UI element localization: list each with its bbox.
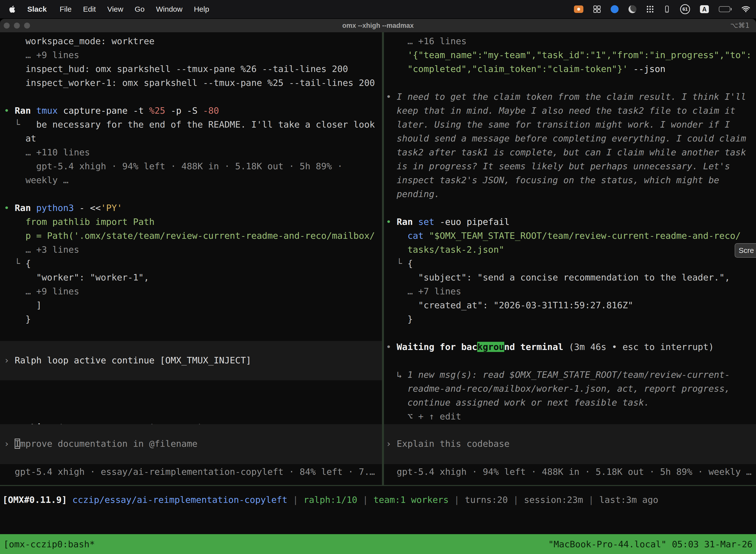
window-title: omx --xhigh --madmax: [342, 19, 414, 32]
terminal-line: ]: [4, 298, 382, 312]
terminal-line: inspect_hud: omx sparkshell --tmux-pane …: [4, 62, 382, 76]
terminal-line: weekly …: [4, 173, 382, 187]
left-input-band[interactable]: › Improve documentation in @filename: [0, 424, 382, 464]
input-source-icon[interactable]: A: [700, 5, 709, 13]
terminal-line: gpt-5.4 xhigh · 94% left · 488K in · 5.1…: [4, 159, 382, 173]
terminal-line: workspace_mode: worktree: [4, 34, 382, 48]
terminal-line: … +16 lines: [386, 34, 756, 48]
left-input-placeholder: › Improve documentation in @filename: [4, 437, 382, 451]
terminal-window: omx --xhigh --madmax ⌥⌘1 workspace_mode:…: [0, 19, 756, 554]
zoom-button[interactable]: [24, 22, 30, 29]
window-title-bar[interactable]: omx --xhigh --madmax ⌥⌘1: [0, 19, 756, 32]
utility-app-icon[interactable]: [664, 5, 670, 13]
terminal-line: … +9 lines: [4, 48, 382, 62]
pane-divider-horizontal: [0, 485, 756, 486]
terminal-line: from pathlib import Path: [4, 215, 382, 229]
terminal-line: • I need to get the claim token from the…: [386, 90, 756, 104]
active-app-menu[interactable]: Slack: [27, 5, 47, 13]
battery-nub: [731, 8, 732, 10]
screen-tooltip: Scre: [735, 243, 756, 258]
menu-item-view[interactable]: View: [107, 5, 123, 13]
battery-body: [719, 6, 730, 12]
wifi-icon[interactable]: [742, 6, 750, 12]
terminal-line: ⌥ + ↑ edit: [386, 409, 756, 424]
menu-item-window[interactable]: Window: [156, 5, 183, 13]
menu-bar-status-icons: 61 A: [574, 4, 750, 14]
terminal-line: └ {: [386, 257, 756, 271]
window-shortcut-badge: ⌥⌘1: [730, 19, 750, 32]
tmux-session-label: [omx-cczip0:bash*: [3, 539, 95, 549]
terminal-line: }: [386, 312, 756, 326]
menu-item-go[interactable]: Go: [135, 5, 145, 13]
terminal-line: "created_at": "2026-03-31T11:59:27.816Z": [386, 298, 756, 312]
terminal-line: … +9 lines: [4, 284, 382, 298]
terminal-line: … +3 lines: [4, 243, 382, 257]
terminal-line: [386, 354, 756, 368]
battery-percent-ring-icon[interactable]: 61: [680, 4, 690, 14]
menu-bar: Slack File Edit View Go Window Help 61: [0, 0, 756, 18]
terminal-line: p = Path('.omx/state/team/review-current…: [4, 229, 382, 243]
terminal-line: └ be necessary for the end of the README…: [4, 118, 382, 131]
left-prompt-band-ralph[interactable]: › Ralph loop active continue [OMX_TMUX_I…: [0, 341, 382, 380]
left-model-status-line: gpt-5.4 xhigh · essay/ai-reimplementatio…: [4, 465, 375, 479]
menu-item-help[interactable]: Help: [194, 5, 209, 13]
terminal-line: keep that in mind. Maybe I also need the…: [386, 104, 756, 118]
blue-app-icon[interactable]: [611, 5, 619, 13]
terminal-line: later. Using the same for transition mig…: [386, 118, 756, 131]
omx-hud-status-line: [OMX#0.11.9] cczip/essay/ai-reimplementa…: [2, 493, 658, 507]
tmux-host-clock-label: "MacBook-Pro-44.local" 05:03 31-Mar-26: [548, 539, 753, 549]
terminal-line: › Improve documentation in @filename: [4, 437, 382, 451]
menu-item-file[interactable]: File: [60, 5, 71, 13]
dots-grid-icon[interactable]: [646, 5, 654, 13]
terminal-line: • Ran python3 - <<'PY': [4, 201, 382, 215]
ralph-loop-prompt: › Ralph loop active continue [OMX_TMUX_I…: [4, 353, 382, 367]
window-grid-icon[interactable]: [593, 5, 601, 13]
terminal-line: [OMX#0.11.9] cczip/essay/ai-reimplementa…: [2, 493, 658, 507]
terminal-line: • Waiting for background terminal (3m 46…: [386, 340, 756, 354]
terminal-line: [4, 90, 382, 104]
minimize-button[interactable]: [14, 22, 20, 29]
terminal-line: task2 after task1 is complete, but can I…: [386, 146, 756, 159]
left-pane-scrollback: workspace_mode: worktree … +9 lines insp…: [4, 34, 382, 326]
terminal-line: readme-and-reco/mailbox/worker-1.json, a…: [386, 382, 756, 396]
right-input-band[interactable]: › Explain this codebase: [384, 424, 756, 464]
right-input-placeholder: › Explain this codebase: [386, 437, 756, 451]
terminal-line: [4, 187, 382, 201]
terminal-line: [386, 76, 756, 90]
terminal-line: "completed","claim_token":"claim-token"}…: [386, 62, 756, 76]
terminal-line: inspect task2's JSON, focusing on the st…: [386, 173, 756, 187]
dark-app-icon[interactable]: [629, 5, 636, 13]
terminal-line: "worker": "worker-1",: [4, 271, 382, 284]
terminal-line: tasks/task-2.json": [386, 243, 756, 257]
screen-recording-indicator-icon[interactable]: [574, 5, 583, 13]
battery-icon[interactable]: [719, 6, 732, 12]
terminal-line: pending.: [386, 187, 756, 201]
menu-item-edit[interactable]: Edit: [83, 5, 96, 13]
right-model-status-line: gpt-5.4 xhigh · 94% left · 488K in · 5.1…: [386, 465, 752, 479]
terminal-line: • Ran set -euo pipefail: [386, 215, 756, 229]
terminal-line: cat "$OMX_TEAM_STATE_ROOT/team/review-cu…: [386, 229, 756, 243]
terminal-line: "subject": "send a concise recommendatio…: [386, 271, 756, 284]
terminal-content: workspace_mode: worktree … +9 lines insp…: [0, 32, 756, 554]
terminal-line: gpt-5.4 xhigh · 94% left · 488K in · 5.1…: [386, 465, 752, 479]
close-button[interactable]: [4, 22, 10, 29]
terminal-line: is in progress? It seems likely but perh…: [386, 159, 756, 173]
right-pane-scrollback: … +16 lines '{"team_name":"my-team","tas…: [386, 34, 756, 424]
apple-menu[interactable]: [9, 5, 15, 13]
left-terminal-pane: workspace_mode: worktree … +9 lines insp…: [0, 32, 382, 485]
apple-logo-icon: [9, 5, 15, 13]
terminal-line: › Ralph loop active continue [OMX_TMUX_I…: [4, 353, 382, 367]
record-dot-icon: [577, 8, 580, 11]
tmux-status-bar: [omx-cczip0:bash* "MacBook-Pro-44.local"…: [0, 534, 756, 554]
right-terminal-pane: … +16 lines '{"team_name":"my-team","tas…: [384, 32, 756, 485]
terminal-line: should send a message before completing …: [386, 131, 756, 146]
terminal-line: inspect_worker-1: omx sparkshell --tmux-…: [4, 76, 382, 90]
pane-divider-vertical[interactable]: [382, 32, 384, 485]
terminal-line: ↳ 1 new msg(s): read $OMX_TEAM_STATE_ROO…: [386, 368, 756, 382]
terminal-line: • Ran tmux capture-pane -t %25 -p -S -80: [4, 104, 382, 118]
terminal-line: … +110 lines: [4, 146, 382, 159]
terminal-line: at: [4, 131, 382, 146]
terminal-line: '{"team_name":"my-team","task_id":"1","f…: [386, 48, 756, 62]
terminal-line: continue assigned work or next feasible …: [386, 396, 756, 409]
terminal-line: … +7 lines: [386, 284, 756, 298]
